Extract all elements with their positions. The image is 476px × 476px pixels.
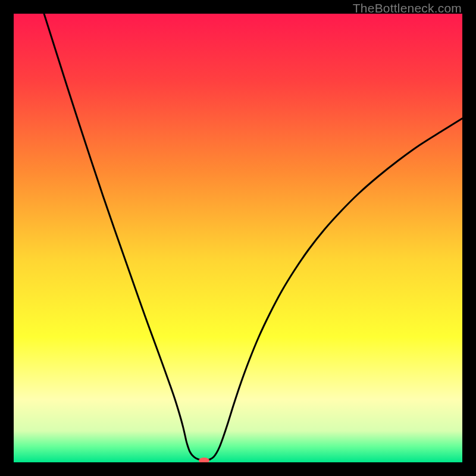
plot-background	[14, 14, 462, 462]
watermark-text: TheBottleneck.com	[353, 1, 462, 15]
chart-frame	[14, 14, 462, 462]
bottleneck-plot	[14, 14, 462, 462]
